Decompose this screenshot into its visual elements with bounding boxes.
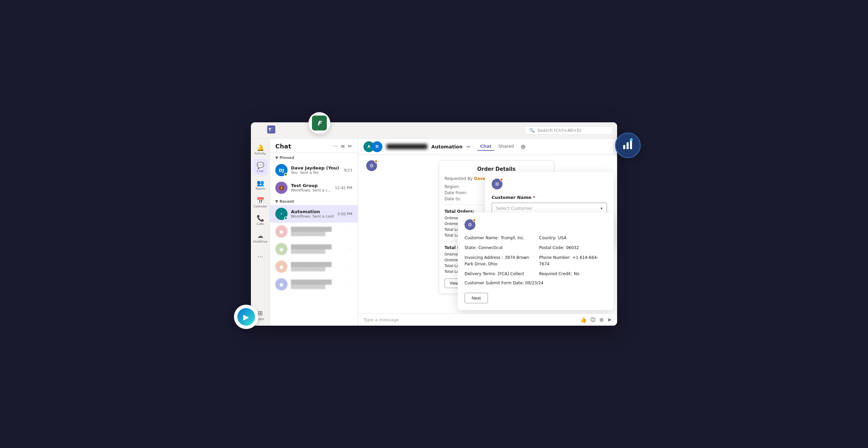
required-asterisk: * [533, 195, 535, 200]
dropdown-bot-icon-wrapper: ⚙ [492, 179, 502, 189]
delivery-terms-field: Delivery Terms: [FCA] Collect [465, 270, 532, 277]
like-icon[interactable]: 👍 [580, 317, 587, 323]
chat-name-dave: Dave Jaydeep (You) [291, 165, 340, 170]
postal-code-value: 06032 [566, 245, 579, 250]
pinned-label: Pinned [279, 156, 294, 160]
emoji-icon[interactable]: 😊 [590, 317, 596, 323]
country-label: Country: [539, 236, 556, 240]
bot-icon-wrapper: ⚙ [366, 160, 377, 171]
chat-preview-automation: Workflows: Sent a card [291, 214, 334, 219]
pinned-section-header: ▼ Pinned [270, 153, 358, 161]
preview-blurred-1: ████████████ [291, 232, 346, 236]
message-placeholder[interactable]: Type a message [363, 317, 577, 322]
chat-name-test: Test Group [291, 183, 332, 188]
chat-compose-icon[interactable]: ✏ [348, 143, 352, 149]
calls-icon: 📞 [257, 215, 264, 222]
participants-avatars: A D [363, 141, 382, 152]
activity-icon: 🔔 [257, 144, 264, 151]
add-tab-button[interactable]: ⊕ [521, 143, 526, 150]
chat-filter-icon[interactable]: ≡ [340, 143, 345, 149]
country-field: Country: USA [539, 234, 607, 241]
online-indicator [284, 173, 288, 176]
search-bar[interactable]: 🔍 Search (Ctrl+Alt+E) [525, 126, 613, 135]
submit-date-row: Customer Submit Form Date: 09/23/24 [465, 281, 607, 285]
chat-name-automation: Automation [291, 209, 334, 214]
more-icon: ··· [257, 253, 263, 260]
date-from-label: Date From: [445, 190, 467, 195]
submit-date-value: 09/23/24 [525, 281, 544, 285]
teams-logo: T [267, 125, 275, 135]
name-blurred-1: ████████████ [291, 227, 346, 232]
info-card-header: ⚙ [465, 219, 607, 230]
avatar-blurred-4: ● [275, 278, 288, 290]
chat-main-header: A D ████████████ Automation ✏ Chat Share… [358, 139, 617, 155]
delivery-terms-value: [FCA] Collect [498, 271, 524, 276]
recent-chevron-icon: ▼ [275, 199, 278, 204]
chat-info-blurred-4: ████████████ ████████████ [291, 280, 346, 289]
message-area: ⚙ Order Details Requested By Dave Jaydee… [358, 155, 617, 313]
analytics-bar-icon [622, 138, 634, 153]
svg-rect-1 [627, 142, 629, 149]
sidebar-item-calendar[interactable]: 📅 Calendar [253, 194, 268, 210]
pinned-chevron-icon: ▼ [275, 156, 278, 160]
avatar-initials: DJ [279, 168, 284, 173]
name-blurred-3: ████████████ [291, 262, 346, 267]
attach-icon[interactable]: ⊕ [599, 317, 604, 323]
chat-item-automation[interactable]: ⚡ Automation Workflows: Sent a card 3:50… [270, 205, 358, 223]
chat-item-dave-jaydeep[interactable]: DJ Dave Jaydeep (You) You: Sent a file 9… [270, 161, 358, 179]
tab-shared[interactable]: Shared [496, 142, 517, 151]
sidebar-item-chat[interactable]: 💬 Chat [253, 159, 268, 175]
sidebar-item-calls[interactable]: 📞 Calls [253, 212, 268, 228]
forms-f-letter: F [317, 120, 321, 127]
calendar-icon: 📅 [257, 197, 264, 204]
edit-title-icon[interactable]: ✏ [467, 144, 471, 149]
chat-icon: 💬 [257, 162, 264, 169]
svg-point-3 [630, 138, 633, 141]
sidebar-item-onedrive[interactable]: ☁️ OneDrive [253, 229, 268, 246]
tab-chat[interactable]: Chat [477, 142, 494, 151]
chevron-down-icon: ▾ [600, 206, 603, 211]
chat-info-blurred-3: ████████████ ████████████ [291, 262, 346, 271]
state-value: Connecticut [478, 245, 503, 250]
calls-label: Calls [257, 222, 264, 226]
time-blurred-1: ··· [349, 229, 353, 234]
chat-time-automation: 3:50 PM [337, 212, 352, 216]
chat-item-test-group[interactable]: 🔕 Test Group Workflows: Sent a card 12:4… [270, 179, 358, 197]
dropdown-bot-dot [500, 178, 503, 181]
calendar-label: Calendar [253, 205, 267, 208]
customer-label-text: Customer Name [492, 195, 531, 200]
chat-preview-dave: You: Sent a file [291, 170, 340, 175]
preview-blurred-4: ████████████ [291, 285, 346, 289]
chat-tabs: Chat Shared [477, 142, 517, 151]
chat-header-blurred-name: ████████████ [387, 144, 427, 149]
power-automate-icon: ▶ [234, 305, 258, 329]
avatar-initials-tg: 🔕 [279, 185, 284, 190]
name-blurred-2: ████████████ [291, 244, 346, 249]
forms-app-icon: F [309, 112, 330, 134]
participant-avatar-2: D [372, 141, 382, 152]
customer-label: Customer Name * [492, 195, 607, 200]
next-button[interactable]: Next [465, 293, 488, 303]
sidebar-more-button[interactable]: ··· [253, 248, 268, 265]
chat-info-automation: Automation Workflows: Sent a card [291, 209, 334, 219]
chat-list-panel: Chat ··· ≡ ✏ ▼ Pinned [270, 139, 358, 326]
chat-more-icon[interactable]: ··· [333, 143, 338, 149]
info-bot-icon-wrapper: ⚙ [465, 219, 475, 230]
name-blurred-4: ████████████ [291, 280, 346, 285]
sidebar-item-teams[interactable]: 👥 Teams [253, 177, 268, 193]
input-actions: 👍 😊 ⊕ ➤ [580, 317, 612, 323]
analytics-icon [615, 133, 641, 158]
avatar-blurred-2: ● [275, 243, 288, 255]
power-icon-inner: ▶ [237, 308, 255, 326]
chat-info-blurred-1: ████████████ ████████████ [291, 227, 346, 236]
message-input-bar: Type a message 👍 😊 ⊕ ➤ [358, 313, 617, 326]
avatar-blurred-1: ● [275, 225, 288, 238]
sidebar-item-activity[interactable]: 🔔 Activity [253, 141, 268, 158]
activity-label: Activity [255, 152, 266, 155]
chat-list-scroll: ▼ Pinned DJ Dave Jaydeep (You) You: Sent… [270, 153, 358, 326]
avatar-dave-jaydeep: DJ [275, 164, 288, 176]
send-icon[interactable]: ➤ [607, 317, 612, 323]
chat-list-header: Chat ··· ≡ ✏ [270, 139, 358, 153]
preview-blurred-3: ████████████ [291, 267, 346, 271]
apps-icon: ⊞ [258, 309, 263, 317]
